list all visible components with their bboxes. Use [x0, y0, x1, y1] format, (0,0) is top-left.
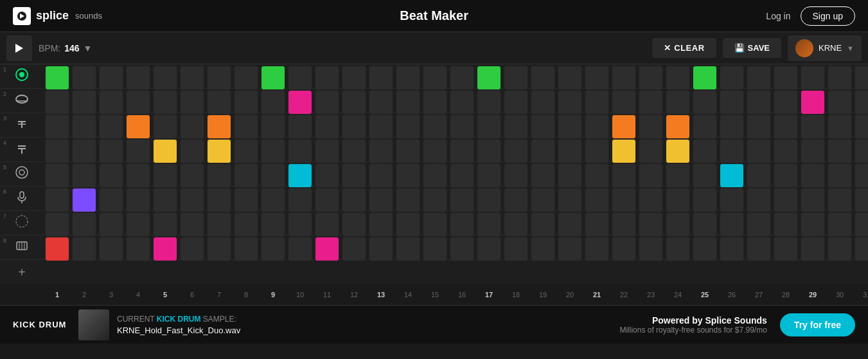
grid-cell[interactable] — [99, 90, 123, 115]
grid-cell[interactable] — [801, 115, 825, 139]
grid-cell[interactable] — [126, 188, 150, 212]
grid-cell[interactable] — [639, 66, 663, 90]
grid-cell[interactable] — [720, 163, 744, 188]
grid-cell[interactable] — [504, 188, 528, 212]
grid-cell[interactable] — [315, 139, 339, 163]
grid-cell[interactable] — [288, 163, 312, 188]
grid-cell[interactable] — [747, 188, 771, 212]
grid-cell[interactable] — [720, 212, 744, 237]
grid-cell[interactable] — [45, 188, 69, 212]
clear-button[interactable]: ✕ CLEAR — [652, 38, 716, 58]
grid-cell[interactable] — [558, 212, 582, 237]
grid-cell[interactable] — [315, 90, 339, 115]
grid-cell[interactable] — [585, 237, 609, 261]
grid-cell[interactable] — [45, 66, 69, 90]
grid-cell[interactable] — [396, 66, 420, 90]
grid-cell[interactable] — [693, 163, 717, 188]
grid-cell[interactable] — [612, 66, 636, 90]
grid-cell[interactable] — [342, 115, 366, 139]
grid-cell[interactable] — [558, 139, 582, 163]
grid-cell[interactable] — [666, 139, 690, 163]
bpm-dropdown[interactable]: ▼ — [84, 43, 93, 53]
grid-cell[interactable] — [99, 115, 123, 139]
grid-cell[interactable] — [639, 115, 663, 139]
grid-cell[interactable] — [477, 163, 501, 188]
grid-cell[interactable] — [153, 139, 177, 163]
grid-cell[interactable] — [747, 139, 771, 163]
grid-cell[interactable] — [261, 115, 285, 139]
grid-cell[interactable] — [585, 90, 609, 115]
grid-cell[interactable] — [666, 66, 690, 90]
grid-cell[interactable] — [720, 237, 744, 261]
grid-cell[interactable] — [423, 90, 447, 115]
grid-cell[interactable] — [261, 212, 285, 237]
grid-cell[interactable] — [585, 163, 609, 188]
grid-cell[interactable] — [450, 66, 474, 90]
grid-cell[interactable] — [504, 90, 528, 115]
grid-cell[interactable] — [234, 115, 258, 139]
grid-cell[interactable] — [693, 212, 717, 237]
grid-cell[interactable] — [558, 188, 582, 212]
grid-cell[interactable] — [747, 163, 771, 188]
grid-cell[interactable] — [720, 188, 744, 212]
grid-cell[interactable] — [855, 212, 868, 237]
grid-cell[interactable] — [774, 163, 798, 188]
grid-cell[interactable] — [126, 237, 150, 261]
grid-cell[interactable] — [801, 237, 825, 261]
grid-cell[interactable] — [153, 188, 177, 212]
grid-cell[interactable] — [585, 188, 609, 212]
grid-cell[interactable] — [666, 115, 690, 139]
grid-cell[interactable] — [369, 237, 393, 261]
grid-cell[interactable] — [99, 237, 123, 261]
grid-cell[interactable] — [207, 188, 231, 212]
grid-cell[interactable] — [450, 212, 474, 237]
grid-cell[interactable] — [774, 188, 798, 212]
grid-cell[interactable] — [477, 139, 501, 163]
grid-cell[interactable] — [288, 66, 312, 90]
grid-cell[interactable] — [72, 237, 96, 261]
grid-cell[interactable] — [639, 188, 663, 212]
grid-cell[interactable] — [261, 90, 285, 115]
grid-cell[interactable] — [720, 115, 744, 139]
grid-cell[interactable] — [261, 188, 285, 212]
grid-cell[interactable] — [153, 163, 177, 188]
grid-cell[interactable] — [855, 139, 868, 163]
grid-cell[interactable] — [342, 212, 366, 237]
grid-cell[interactable] — [126, 66, 150, 90]
grid-cell[interactable] — [234, 66, 258, 90]
grid-cell[interactable] — [531, 90, 555, 115]
grid-cell[interactable] — [207, 115, 231, 139]
grid-cell[interactable] — [747, 66, 771, 90]
grid-cell[interactable] — [342, 66, 366, 90]
grid-cell[interactable] — [531, 139, 555, 163]
grid-cell[interactable] — [315, 212, 339, 237]
grid-cell[interactable] — [639, 163, 663, 188]
grid-cell[interactable] — [72, 212, 96, 237]
grid-cell[interactable] — [369, 188, 393, 212]
grid-cell[interactable] — [612, 237, 636, 261]
grid-cell[interactable] — [423, 212, 447, 237]
grid-cell[interactable] — [180, 237, 204, 261]
grid-cell[interactable] — [315, 237, 339, 261]
grid-cell[interactable] — [828, 163, 852, 188]
grid-cell[interactable] — [801, 66, 825, 90]
grid-cell[interactable] — [342, 139, 366, 163]
grid-cell[interactable] — [558, 163, 582, 188]
grid-cell[interactable] — [342, 90, 366, 115]
grid-cell[interactable] — [450, 139, 474, 163]
grid-cell[interactable] — [396, 90, 420, 115]
user-section[interactable]: KRNE ▼ — [788, 35, 862, 61]
grid-cell[interactable] — [693, 188, 717, 212]
grid-cell[interactable] — [774, 90, 798, 115]
grid-cell[interactable] — [450, 90, 474, 115]
grid-cell[interactable] — [504, 66, 528, 90]
grid-cell[interactable] — [801, 212, 825, 237]
grid-cell[interactable] — [315, 66, 339, 90]
grid-cell[interactable] — [855, 115, 868, 139]
grid-cell[interactable] — [612, 90, 636, 115]
signup-button[interactable]: Sign up — [801, 6, 855, 26]
grid-cell[interactable] — [504, 163, 528, 188]
grid-cell[interactable] — [261, 66, 285, 90]
grid-cell[interactable] — [828, 66, 852, 90]
grid-cell[interactable] — [855, 90, 868, 115]
